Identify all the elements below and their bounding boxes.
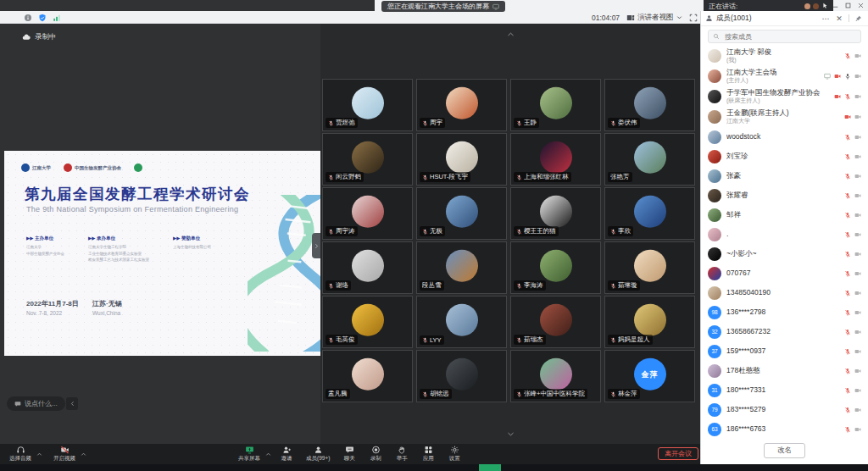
member-row[interactable]: 邹祥 [708, 205, 861, 224]
view-mode-button[interactable]: 演讲者视图 [626, 13, 682, 23]
participant-grid: 贾煜弛 周宇 王静 娄伏伟 闲云野鹤 HSUT-段飞宇 [322, 79, 695, 402]
network-signal-icon[interactable] [53, 14, 61, 22]
close-panel-icon[interactable]: ✕ [834, 14, 844, 23]
caret-up-icon[interactable] [36, 452, 42, 457]
participant-name: 张峰+中国中医科学院 [524, 390, 585, 398]
member-row[interactable]: 37 159****0937 [708, 341, 861, 361]
member-row[interactable]: 79 183****5279 [708, 400, 861, 419]
security-shield-icon[interactable] [38, 14, 47, 22]
pin-panel-icon[interactable] [854, 15, 864, 22]
member-row[interactable]: 32 13658667232 [708, 322, 861, 341]
member-row[interactable]: 刘宝珍 [708, 147, 861, 166]
chat-collapse-button[interactable] [66, 397, 78, 410]
mic-muted-icon [844, 426, 851, 433]
member-row[interactable]: 江南大学 郭俊 (我) [708, 46, 861, 66]
participant-name: 周宇涛 [336, 227, 355, 236]
search-input[interactable] [723, 32, 856, 42]
toolbar-button-chat[interactable]: 聊天 [338, 445, 360, 463]
member-row[interactable]: woodstock [708, 127, 861, 147]
scroll-up-chevron[interactable] [505, 30, 515, 37]
maximize-button[interactable] [842, 0, 854, 11]
participant-tile[interactable]: 樱王王的猫 [510, 187, 601, 240]
participant-tile[interactable]: 娄伏伟 [604, 79, 695, 131]
toolbar-button-apps[interactable]: 应用 [417, 445, 439, 463]
toolbar-button-members[interactable]: 成员(99+) [302, 445, 334, 463]
participant-name-chip: 上海和瑞张红林 [514, 172, 571, 182]
participant-tile[interactable]: 无极 [416, 187, 507, 240]
participant-avatar [352, 87, 384, 119]
participant-tile[interactable]: 上海和瑞张红林 [510, 133, 601, 186]
member-row[interactable]: 张耀睿 [708, 186, 861, 205]
participant-tile[interactable]: 谢络 [322, 241, 413, 294]
member-avatar [708, 189, 721, 202]
member-avatar: 98 [708, 306, 721, 319]
toolbar-button-screen-share[interactable]: 共享屏幕 [234, 445, 264, 463]
member-row[interactable]: ~小影小~ [708, 244, 861, 263]
scroll-down-chevron[interactable] [505, 430, 515, 437]
participant-tile[interactable]: 段丛雪 [416, 241, 507, 294]
participant-tile[interactable]: LYY [416, 296, 507, 348]
poster-organizers: ▶▶ 主办单位 江南大学中国生物发酵产业协会 ▶▶ 承办单位 江南大学生物工程学… [26, 236, 211, 263]
chat-quick-input[interactable]: 说点什么... [7, 396, 65, 411]
member-row[interactable]: 63 186****6763 [708, 419, 861, 439]
participant-tile[interactable]: 茹瑞杰 [510, 296, 601, 348]
dna-helix-graphic [248, 195, 320, 352]
member-row[interactable]: 王金鹏(联席主持人) 江南大学 [708, 107, 861, 127]
info-icon[interactable] [24, 14, 32, 22]
member-row[interactable]: 98 136****2798 [708, 302, 861, 322]
participant-tile[interactable]: 孟凡腾 [322, 350, 413, 402]
member-search[interactable] [708, 30, 861, 43]
participant-tile[interactable]: 王静 [510, 79, 601, 131]
member-name: 178杜憨憨 [726, 367, 839, 375]
member-status-icons [844, 134, 861, 141]
toolbar-button-hand[interactable]: 举手 [391, 445, 413, 463]
member-status-icons [844, 173, 861, 180]
close-button[interactable] [854, 0, 867, 11]
participant-tile[interactable]: 金萍 林金萍 [604, 350, 695, 402]
participant-tile[interactable]: 张艳芳 [604, 133, 695, 186]
member-row[interactable]: 于学军中国生物发酵产业协会 (联席主持人) [708, 86, 861, 107]
camera-gray-icon [854, 309, 861, 316]
camera-gray-icon [854, 212, 861, 219]
toolbar-button-headset[interactable]: 选择音频 [5, 445, 36, 463]
participant-tile[interactable]: 毛英俊 [322, 296, 413, 348]
toolbar-button-settings[interactable]: 设置 [443, 445, 465, 463]
member-row[interactable]: 070767 [708, 263, 861, 283]
toolbar-button-camera-slash[interactable]: 开启视频 [49, 445, 80, 463]
camera-gray-icon [854, 251, 861, 258]
participant-tile[interactable]: 周宇涛 [322, 187, 413, 240]
participant-tile[interactable]: 妈妈是超人 [604, 296, 695, 348]
participant-tile[interactable]: 周宇 [416, 79, 507, 131]
participant-tile[interactable]: 李欣 [604, 187, 695, 240]
participant-tile[interactable]: 闲云野鹤 [322, 133, 413, 186]
poster-column: ▶▶ 主办单位 江南大学中国生物发酵产业协会 [26, 236, 64, 263]
caret-up-icon[interactable] [265, 452, 271, 457]
rename-button[interactable]: 改名 [764, 443, 805, 458]
participant-avatar [352, 250, 384, 282]
minimize-button[interactable] [829, 0, 842, 11]
member-row[interactable]: 178杜憨憨 [708, 361, 861, 380]
member-row[interactable]: . [708, 224, 861, 244]
toolbar-button-invite[interactable]: 邀请 [275, 445, 298, 463]
member-row[interactable]: 13485040190 [708, 283, 861, 302]
participant-tile[interactable]: HSUT-段飞宇 [416, 133, 507, 186]
panel-expand-handle[interactable] [312, 233, 320, 258]
mic-muted-icon [516, 337, 522, 343]
more-options-icon[interactable]: ⋯ [821, 14, 831, 23]
participant-tile[interactable]: 贾煜弛 [322, 79, 413, 131]
participant-tile[interactable]: 李海涛 [510, 241, 601, 294]
member-row[interactable]: 张豪 [708, 166, 861, 186]
participant-tile[interactable]: 张峰+中国中医科学院 [510, 350, 601, 402]
fullscreen-icon[interactable] [689, 14, 698, 22]
participant-name: 樱王王的猫 [524, 227, 556, 236]
caret-up-icon[interactable] [81, 452, 86, 457]
member-subtitle: (我) [726, 57, 839, 64]
participant-tile[interactable]: 胡铭远 [416, 350, 507, 402]
member-status-icons [844, 290, 861, 296]
leave-meeting-button[interactable]: 离开会议 [658, 447, 698, 460]
participant-tile[interactable]: 茹琳璇 [604, 241, 695, 294]
member-row[interactable]: 31 180****7331 [708, 380, 861, 400]
member-avatar [708, 110, 721, 124]
toolbar-button-record[interactable]: 录制 [364, 445, 387, 463]
member-row[interactable]: 江南大学主会场 (主持人) [708, 66, 861, 86]
